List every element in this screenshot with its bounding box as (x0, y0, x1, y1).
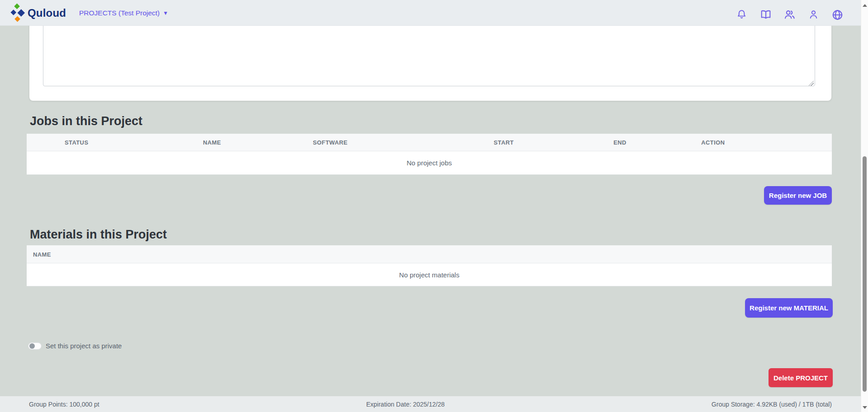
group-points-text: Group Points: 100,000 pt (29, 401, 99, 408)
user-icon[interactable] (807, 9, 820, 21)
projects-menu[interactable]: PROJECTS (Test Project) ▼ (79, 0, 168, 26)
top-navbar: Quloud PROJECTS (Test Project) ▼ (0, 0, 861, 26)
jobs-col-end: END (613, 139, 627, 146)
jobs-section-title: Jobs in this Project (30, 114, 142, 128)
main-content: Jobs in this Project STATUS NAME SOFTWAR… (0, 26, 861, 396)
register-material-button[interactable]: Register new MATERIAL (745, 298, 833, 318)
materials-col-name: NAME (33, 251, 51, 258)
navbar-icon-group (736, 0, 844, 26)
private-project-toggle[interactable] (28, 342, 42, 350)
materials-table: NAME No project materials (27, 245, 832, 286)
expiration-date-text: Expiration Date: 2025/12/28 (366, 401, 445, 408)
scroll-up-arrow-icon[interactable] (863, 4, 867, 7)
jobs-col-action: ACTION (701, 139, 725, 146)
vertical-scrollbar[interactable] (861, 0, 868, 412)
jobs-col-software: SOFTWARE (313, 139, 348, 146)
users-icon[interactable] (783, 9, 796, 21)
jobs-table: STATUS NAME SOFTWARE START END ACTION No… (27, 134, 832, 175)
jobs-col-status: STATUS (65, 139, 88, 146)
status-footer: Group Points: 100,000 pt Expiration Date… (0, 396, 861, 412)
group-storage-text: Group Storage: 4.92KB (used) / 1TB (tota… (712, 401, 832, 408)
scrollbar-thumb[interactable] (863, 156, 867, 392)
materials-table-header: NAME (27, 245, 832, 263)
quloud-logo-icon (10, 3, 26, 23)
jobs-empty-row: No project jobs (27, 151, 832, 175)
brand-logo[interactable]: Quloud (10, 3, 66, 23)
project-description-card (29, 14, 831, 101)
scroll-down-arrow-icon[interactable] (863, 406, 867, 409)
projects-menu-label: PROJECTS (Test Project) (79, 9, 160, 17)
chevron-down-icon: ▼ (163, 10, 168, 16)
globe-icon[interactable] (831, 9, 844, 21)
book-icon[interactable] (760, 9, 772, 21)
delete-project-button[interactable]: Delete PROJECT (769, 368, 833, 387)
materials-empty-row: No project materials (27, 263, 832, 286)
toggle-knob (29, 343, 35, 349)
jobs-col-name: NAME (203, 139, 221, 146)
textarea-resize-handle-icon[interactable] (808, 80, 814, 86)
project-description-textarea[interactable] (43, 20, 815, 86)
privacy-toggle-label: Set this project as private (46, 342, 122, 350)
bell-icon[interactable] (736, 9, 748, 21)
jobs-col-start: START (494, 139, 514, 146)
brand-name: Quloud (28, 7, 66, 19)
register-job-button[interactable]: Register new JOB (764, 186, 832, 205)
materials-section-title: Materials in this Project (30, 228, 167, 242)
privacy-toggle-row: Set this project as private (28, 342, 122, 350)
jobs-table-header: STATUS NAME SOFTWARE START END ACTION (27, 134, 832, 151)
